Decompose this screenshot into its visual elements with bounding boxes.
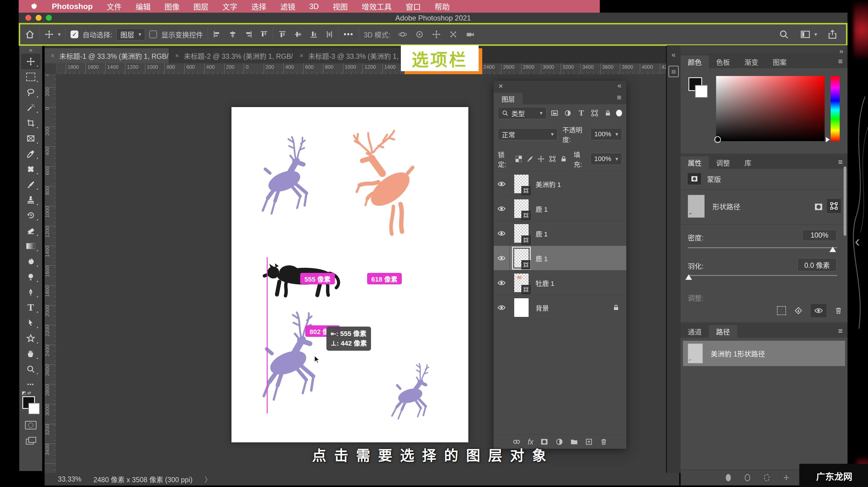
horizontal-ruler[interactable]: 1800160014001200100080060040020002004006… (44, 63, 666, 74)
tab-channels[interactable]: 通道 (681, 325, 709, 338)
menu-item-plugins[interactable]: 增效工具 (362, 1, 392, 12)
purple-deer-top-left[interactable] (258, 128, 322, 234)
menu-item-edit[interactable]: 编辑 (135, 1, 151, 12)
menu-item-select[interactable]: 选择 (251, 1, 267, 12)
background-color-swatch[interactable] (28, 403, 40, 414)
dodge-tool[interactable] (21, 269, 40, 284)
clone-stamp-tool[interactable] (21, 192, 40, 208)
tab-paths[interactable]: 路径 (709, 325, 737, 338)
tab-color[interactable]: 颜色 (681, 56, 709, 68)
brush-tool[interactable] (21, 177, 40, 192)
panel-scrollbar[interactable] (844, 166, 846, 236)
3d-orbit-icon[interactable] (398, 30, 407, 39)
visibility-eye-icon[interactable] (494, 221, 510, 245)
tab-properties[interactable]: 属性 (681, 156, 709, 169)
lock-all-icon[interactable] (559, 154, 567, 164)
share-icon[interactable] (827, 29, 838, 39)
layer-thumbnail[interactable] (514, 248, 529, 268)
selection-as-path-icon[interactable] (783, 474, 789, 482)
document-tab-1[interactable]: × 未标题-1 @ 33.3% (美洲豹 1, RGB/8) * (44, 48, 169, 63)
healing-brush-tool[interactable] (21, 161, 40, 177)
panel-menu-icon[interactable]: ≡ (838, 157, 843, 167)
3d-slide-icon[interactable] (447, 28, 460, 41)
auto-select-dropdown[interactable]: 图层 ▾ (116, 28, 145, 40)
3d-pan-icon[interactable] (432, 30, 441, 39)
density-slider[interactable] (688, 247, 837, 248)
distribute-horizontal-icon[interactable] (325, 30, 334, 39)
eraser-tool[interactable] (21, 223, 40, 238)
shape-path-thumbnail[interactable]: ⌐ (688, 195, 705, 218)
load-selection-icon[interactable] (777, 306, 786, 315)
auto-select-checkbox[interactable]: ✓ (70, 30, 79, 38)
fill-path-icon[interactable] (726, 474, 731, 481)
magenta-guide-line[interactable] (267, 257, 268, 414)
layer-name[interactable]: 鹿 1 (535, 253, 548, 263)
home-icon[interactable] (25, 30, 35, 39)
menu-item-image[interactable]: 图像 (164, 1, 180, 12)
density-slider-thumb[interactable] (830, 247, 836, 252)
hand-tool[interactable] (21, 346, 40, 361)
marquee-tool[interactable] (21, 69, 40, 85)
visibility-eye-icon[interactable] (494, 295, 510, 319)
menu-item-view[interactable]: 视图 (333, 1, 348, 12)
layer-thumbnail[interactable] (514, 298, 529, 317)
layer-name[interactable]: 鹿 1 (535, 229, 548, 238)
layer-thumbnail[interactable] (514, 199, 529, 218)
chevron-down-icon[interactable]: ▾ (58, 31, 61, 38)
density-value[interactable]: 100% (802, 230, 837, 241)
color-saturation-brightness-field[interactable] (716, 76, 825, 141)
purple-deer-bottom-right[interactable] (385, 354, 444, 438)
3d-camera-icon[interactable] (466, 30, 475, 39)
add-mask-icon[interactable] (814, 202, 824, 212)
lock-transparent-icon[interactable] (515, 154, 523, 164)
layer-name[interactable]: 鹿 1 (535, 204, 548, 213)
tab-gradients[interactable]: 渐变 (737, 56, 766, 68)
lock-pixels-icon[interactable] (526, 154, 534, 164)
pen-tool[interactable] (21, 284, 40, 300)
move-tool[interactable] (21, 54, 40, 69)
smudge-tool[interactable] (21, 253, 40, 269)
close-tab-icon[interactable]: × (51, 52, 55, 60)
filter-type-dropdown[interactable]: 类型 ▾ (498, 107, 547, 119)
tab-layers[interactable]: 图层 (494, 93, 523, 104)
hue-strip[interactable] (831, 76, 840, 141)
opacity-value[interactable]: 100% ▾ (590, 128, 622, 140)
magic-wand-tool[interactable] (21, 100, 40, 115)
visibility-eye-icon[interactable] (494, 172, 510, 196)
zoom-level[interactable]: 33.33% (58, 475, 82, 483)
workspace-layout-icon[interactable] (799, 29, 811, 39)
collapse-panel-icon[interactable]: « (618, 82, 621, 90)
tab-swatches[interactable]: 色板 (709, 56, 737, 68)
layer-row-stag[interactable]: 牡鹿 1 (494, 271, 626, 295)
feather-value[interactable]: 0.0 像素 (798, 258, 837, 271)
fill-value[interactable]: 100% ▾ (590, 153, 622, 165)
stroke-path-icon[interactable] (745, 474, 750, 481)
layer-row-deer2[interactable]: 鹿 1 (494, 221, 626, 246)
vector-mask-active-icon[interactable] (827, 199, 841, 213)
hue-slider-arrow[interactable] (826, 137, 830, 142)
feather-slider[interactable] (688, 275, 837, 276)
filter-toggle[interactable] (616, 110, 622, 116)
panel-arrow-icon[interactable]: ‹ (855, 232, 860, 250)
filter-adjustment-layers-icon[interactable] (563, 108, 573, 118)
layer-name[interactable]: 背景 (535, 303, 549, 312)
layer-name[interactable]: 美洲豹 1 (535, 179, 561, 189)
mask-visibility-toggle[interactable] (811, 304, 827, 317)
panel-menu-icon[interactable]: ≡ (838, 326, 843, 336)
layer-thumbnail[interactable] (514, 273, 529, 293)
distribute-top-icon[interactable] (278, 30, 287, 39)
feather-slider-thumb[interactable] (685, 274, 692, 280)
close-tab-icon[interactable]: × (175, 52, 179, 60)
menu-item-3d[interactable]: 3D (309, 2, 319, 11)
3d-roll-icon[interactable] (415, 30, 424, 39)
expand-dock-icon[interactable]: « (667, 51, 681, 59)
align-left-icon[interactable] (213, 30, 221, 39)
visibility-eye-icon[interactable] (494, 246, 510, 270)
lock-position-icon[interactable] (537, 154, 545, 164)
color-picker-ring[interactable] (714, 136, 721, 143)
menu-item-help[interactable]: 帮助 (435, 1, 450, 12)
close-panel-icon[interactable]: × (498, 82, 503, 91)
distribute-vertical-center-icon[interactable] (294, 30, 302, 39)
panel-menu-icon[interactable]: ≡ (838, 57, 843, 66)
align-center-horizontal-icon[interactable] (228, 30, 237, 39)
